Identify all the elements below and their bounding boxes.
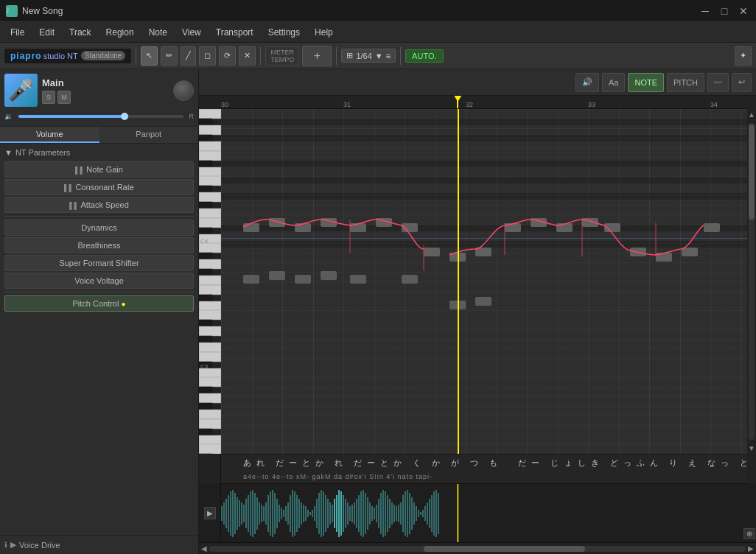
- logo-nt: studio NT: [43, 52, 78, 60]
- menu-track[interactable]: Track: [62, 24, 99, 41]
- erase-tool-button[interactable]: ◻: [199, 46, 216, 66]
- svg-rect-55: [250, 491, 251, 536]
- close-button[interactable]: ✕: [737, 4, 750, 18]
- param-attack-speed[interactable]: Attack Speed: [4, 197, 194, 213]
- ruler-mark-33: 33: [588, 101, 595, 108]
- v-scrollbar-thumb[interactable]: [749, 125, 755, 220]
- svg-rect-114: [380, 493, 382, 534]
- pan-knob[interactable]: [173, 80, 194, 101]
- param-super-formant-shifter[interactable]: Super Formant Shifter: [4, 255, 194, 271]
- quantize-control[interactable]: ⊞ 1/64 ▼ ≡: [341, 49, 396, 63]
- svg-rect-123: [400, 502, 402, 525]
- svg-rect-80: [305, 506, 307, 521]
- param-pitch-control[interactable]: Pitch Control ●: [4, 295, 194, 312]
- main-area: 🎤 Main S M 🔉: [0, 69, 756, 554]
- svg-rect-108: [367, 497, 368, 530]
- draw-tool-button[interactable]: ✏: [161, 46, 178, 66]
- svg-rect-101: [351, 505, 353, 522]
- waveform-play-button[interactable]: ▶: [204, 507, 216, 519]
- svg-rect-37: [350, 275, 366, 284]
- menu-transport[interactable]: Transport: [209, 24, 261, 41]
- svg-rect-104: [358, 495, 360, 532]
- zoom-button[interactable]: ⊕: [743, 528, 755, 539]
- scroll-right-button[interactable]: ▶: [746, 544, 756, 553]
- svg-rect-110: [371, 506, 373, 521]
- standalone-badge: Standalone: [81, 51, 126, 60]
- minimize-button[interactable]: ─: [699, 4, 712, 18]
- nt-params-header[interactable]: ▼ NT Parameters: [4, 148, 194, 157]
- piano-svg: [199, 109, 221, 454]
- svg-rect-83: [312, 510, 313, 517]
- c3-label: C3: [200, 363, 208, 370]
- svg-rect-67: [276, 499, 278, 528]
- auto-button[interactable]: AUTO.: [405, 49, 443, 63]
- scrollbar-thumb[interactable]: [424, 546, 584, 552]
- add-track-button[interactable]: +: [302, 46, 332, 66]
- svg-rect-105: [360, 491, 362, 536]
- tab-row: Volume Panpot: [0, 127, 198, 144]
- menu-file[interactable]: File: [3, 24, 32, 41]
- tab-panpot[interactable]: Panpot: [99, 127, 199, 143]
- roll-vibrato-button[interactable]: 〰: [707, 73, 729, 92]
- line-tool-button[interactable]: ╱: [181, 46, 196, 66]
- scrollbar-track[interactable]: [209, 546, 746, 552]
- maximize-button[interactable]: □: [718, 4, 731, 18]
- lyric-text: あ れ だ ー と か れ だ ー と か く か が つ も だ ー じ ょ …: [243, 457, 747, 469]
- note-grid[interactable]: [221, 109, 747, 454]
- param-note-gain[interactable]: Note Gain: [4, 161, 194, 178]
- tab-volume[interactable]: Volume: [0, 127, 99, 143]
- scroll-left-button[interactable]: ◀: [199, 544, 209, 553]
- param-voice-voltage[interactable]: Voice Voltage: [4, 273, 194, 289]
- meter-tempo: METERTEMPO: [265, 46, 299, 66]
- menu-settings[interactable]: Settings: [261, 24, 307, 41]
- logo: piapro studio NT Standalone: [4, 49, 131, 63]
- h-scrollbar[interactable]: ◀ ▶: [199, 542, 756, 554]
- select-tool-button[interactable]: ↖: [141, 46, 158, 66]
- param-dynamics[interactable]: Dynamics: [4, 220, 194, 236]
- svg-rect-60: [261, 505, 262, 522]
- svg-rect-64: [270, 491, 271, 536]
- quantize-grid-icon: ⊞: [346, 51, 353, 60]
- menu-edit[interactable]: Edit: [32, 24, 62, 41]
- svg-rect-131: [418, 510, 419, 517]
- v-scrollbar-track[interactable]: [749, 123, 755, 440]
- delete-tool-button[interactable]: ✕: [239, 46, 256, 66]
- solo-button[interactable]: S: [42, 91, 55, 104]
- mute-button[interactable]: M: [57, 91, 71, 104]
- param-breathiness[interactable]: Breathiness: [4, 237, 194, 253]
- v-scroll-up[interactable]: ▲: [748, 109, 755, 120]
- svg-rect-75: [294, 491, 295, 536]
- v-scroll-down[interactable]: ▼: [748, 443, 755, 454]
- roll-pitch-button[interactable]: PITCH: [667, 73, 704, 92]
- v-scrollbar[interactable]: ▲ ▼: [747, 109, 756, 454]
- voice-drive-header[interactable]: ℹ ▶ Voice Drive: [4, 540, 194, 550]
- param-consonant-rate[interactable]: Consonant Rate: [4, 179, 194, 195]
- title-bar: ♪ New Song ─ □ ✕: [0, 0, 756, 22]
- svg-rect-62: [265, 502, 267, 525]
- menu-note[interactable]: Note: [141, 24, 175, 41]
- roll-undo-button[interactable]: ↩: [732, 73, 752, 92]
- menu-region[interactable]: Region: [99, 24, 141, 41]
- volume-slider[interactable]: [15, 115, 186, 118]
- svg-rect-87: [321, 490, 322, 537]
- svg-rect-40: [475, 297, 491, 306]
- svg-rect-27: [704, 223, 720, 232]
- svg-rect-84: [314, 506, 315, 521]
- voice-drive-label: Voice Drive: [19, 541, 60, 550]
- svg-rect-95: [338, 490, 340, 537]
- waveform-svg: [221, 484, 747, 542]
- settings-button[interactable]: ✦: [735, 46, 752, 66]
- svg-rect-124: [402, 495, 404, 532]
- roll-note-button[interactable]: NOTE: [628, 73, 664, 92]
- svg-rect-34: [269, 271, 285, 280]
- menu-help[interactable]: Help: [307, 24, 340, 41]
- svg-rect-41: [221, 484, 747, 542]
- sep3: [336, 47, 337, 65]
- window-controls: ─ □ ✕: [699, 4, 750, 18]
- svg-rect-43: [223, 502, 225, 525]
- track-name: Main: [42, 77, 71, 88]
- roll-speaker-button[interactable]: 🔊: [575, 73, 599, 92]
- paint-tool-button[interactable]: ⟳: [219, 46, 236, 66]
- roll-text-button[interactable]: Aa: [602, 73, 625, 92]
- menu-view[interactable]: View: [175, 24, 209, 41]
